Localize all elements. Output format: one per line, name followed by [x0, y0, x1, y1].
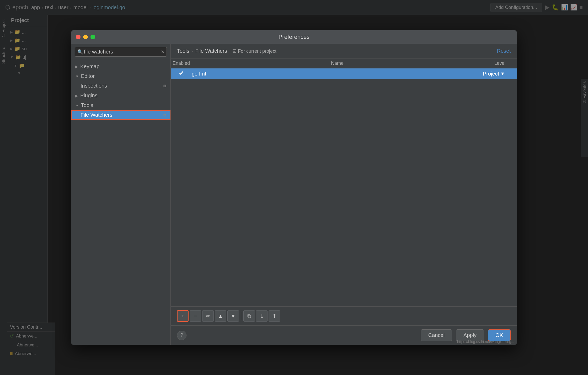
nav-item-label: Keymap: [80, 63, 99, 69]
preferences-nav: 🔍 ✕ ▶ Keymap ▼ Editor: [71, 44, 171, 345]
watermark: https://blog.csdn.net/wangxinxing...: [457, 340, 514, 344]
clear-search-button[interactable]: ✕: [161, 49, 165, 55]
project-badge: ☑ For current project: [232, 48, 276, 54]
dialog-title: Preferences: [279, 34, 310, 40]
cell-enabled: [171, 71, 192, 77]
cell-level: Project ▼: [483, 71, 517, 77]
add-watcher-button[interactable]: +: [177, 310, 189, 322]
import-watcher-button[interactable]: ⤓: [256, 310, 268, 322]
copy-watcher-button[interactable]: ⧉: [243, 310, 255, 322]
modal-overlay: Preferences 🔍 ✕ ▶ Keymap: [0, 0, 588, 375]
expand-icon: ▼: [75, 103, 79, 108]
arrow-icon: ▶: [75, 65, 78, 69]
copy-icon: ⧉: [163, 113, 166, 117]
enabled-checkbox[interactable]: [179, 71, 184, 76]
nav-item-file-watchers[interactable]: File Watchers ⧉: [71, 110, 170, 120]
search-input[interactable]: [75, 47, 167, 57]
nav-item-plugins[interactable]: ▶ Plugins: [71, 91, 170, 100]
preferences-content: Tools › File Watchers ☑ For current proj…: [171, 44, 517, 345]
nav-item-inspections[interactable]: Inspections ⧉: [71, 81, 170, 91]
remove-watcher-button[interactable]: −: [190, 310, 201, 322]
minimize-button[interactable]: [83, 35, 88, 39]
nav-item-tools[interactable]: ▼ Tools: [71, 100, 170, 110]
nav-item-label: Plugins: [80, 93, 98, 99]
content-breadcrumb: Tools › File Watchers ☑ For current proj…: [177, 48, 276, 54]
content-header: Tools › File Watchers ☑ For current proj…: [171, 44, 517, 58]
dialog-body: 🔍 ✕ ▶ Keymap ▼ Editor: [71, 44, 517, 345]
toolbar-separator: [241, 312, 241, 320]
nav-item-label: File Watchers: [81, 112, 113, 118]
search-icon: 🔍: [77, 49, 83, 55]
arrow-icon: ▶: [75, 94, 78, 98]
nav-item-keymap[interactable]: ▶ Keymap: [71, 62, 170, 71]
level-value: Project: [483, 71, 499, 77]
nav-item-label: Tools: [81, 102, 93, 108]
copy-icon: ⧉: [163, 84, 166, 88]
bc-tools: Tools: [177, 48, 189, 54]
nav-item-editor[interactable]: ▼ Editor: [71, 71, 170, 81]
window-controls: [76, 35, 95, 39]
expand-icon: ▼: [75, 74, 79, 78]
preferences-dialog: Preferences 🔍 ✕ ▶ Keymap: [71, 30, 517, 345]
search-wrapper: 🔍 ✕: [75, 47, 167, 57]
nav-item-label: Editor: [81, 73, 95, 79]
table-row[interactable]: go fmt Project ▼: [171, 68, 517, 79]
bc-current: File Watchers: [195, 48, 227, 54]
level-dropdown[interactable]: ▼: [500, 71, 505, 77]
search-section: 🔍 ✕: [71, 44, 170, 60]
file-watchers-table: Enabled Name Level go fmt Project ▼: [171, 58, 517, 183]
dialog-titlebar: Preferences: [71, 30, 517, 44]
reset-button[interactable]: Reset: [497, 48, 511, 54]
close-button[interactable]: [76, 35, 81, 39]
col-header-level: Level: [483, 61, 517, 66]
watcher-toolbar: + − ✏ ▲ ▼ ⧉ ⤓ ⤒: [171, 306, 517, 325]
table-header: Enabled Name Level: [171, 58, 517, 68]
preferences-tree: ▶ Keymap ▼ Editor Inspections ⧉: [71, 60, 170, 345]
col-header-name: Name: [192, 61, 483, 66]
maximize-button[interactable]: [90, 35, 95, 39]
cancel-button[interactable]: Cancel: [421, 329, 452, 341]
cell-name: go fmt: [192, 71, 483, 77]
move-up-button[interactable]: ▲: [215, 310, 226, 322]
bc-sep: ›: [191, 48, 193, 54]
move-down-button[interactable]: ▼: [227, 310, 239, 322]
content-empty-area: [171, 183, 517, 307]
edit-watcher-button[interactable]: ✏: [202, 310, 214, 322]
col-header-enabled: Enabled: [171, 61, 192, 66]
help-button[interactable]: ?: [177, 331, 186, 340]
export-watcher-button[interactable]: ⤒: [269, 310, 280, 322]
nav-item-label: Inspections: [81, 83, 107, 89]
